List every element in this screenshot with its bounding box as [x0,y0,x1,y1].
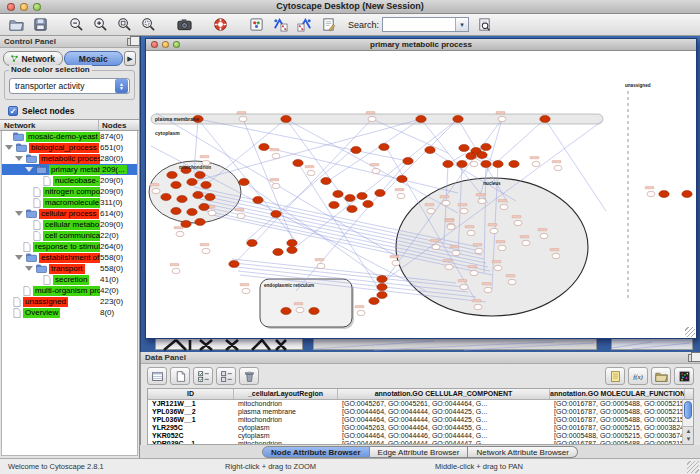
save-button[interactable] [28,15,52,35]
search-options-button[interactable] [472,15,496,35]
table-row[interactable]: YKR052Ccytoplasm[GO:0044464, GO:0044446,… [148,432,693,440]
column-header[interactable]: annotation.GO CELLULAR_COMPONENT [338,389,550,399]
folder-icon [26,154,37,163]
tree-item[interactable]: macromolecule311(0) [2,197,137,208]
select-grid-button[interactable] [193,367,213,385]
tree-item[interactable]: nucleobase-209(0) [2,175,137,186]
tree-item[interactable]: cellular process614(0) [2,208,137,219]
snapshot-button[interactable] [172,15,196,35]
tab-mosaic[interactable]: Mosaic [64,51,124,66]
expander-icon[interactable] [15,211,23,216]
network-canvas[interactable]: plasma membranecytoplasmmitochondrionnuc… [146,51,696,338]
tree-item[interactable]: establishment of lo558(0) [2,252,137,263]
expander-icon[interactable] [15,156,23,161]
expander-icon[interactable] [25,167,33,172]
trash-button[interactable] [239,367,259,385]
scrollbar-thumb[interactable] [684,401,692,419]
tab-overflow-button[interactable]: ▶ [124,51,136,66]
open-folder-button[interactable] [4,15,28,35]
tree-column-network[interactable]: Network [0,120,99,130]
tab-node-attribute-browser[interactable]: Node Attribute Browser [262,446,370,458]
tree-item[interactable]: metabolic process280(0) [2,153,137,164]
select-nodes-checkbox[interactable]: ✓ [8,106,18,116]
select-grid-icon [197,370,210,383]
network-graph[interactable]: plasma membranecytoplasmmitochondrionnuc… [146,51,696,338]
scrollbar-arrows[interactable]: ▲▼ [683,426,694,444]
column-header[interactable]: annotation.GO MOLECULAR_FUNCTION [550,389,685,399]
tree-item[interactable]: cell communicat22(0) [2,230,137,241]
tree-item[interactable]: primary metabo209(... [2,164,137,175]
window-resize-grip[interactable] [685,327,695,337]
column-header[interactable]: ID [148,389,234,399]
folder-small-button[interactable] [651,367,671,385]
zoom-out-button[interactable] [64,15,88,35]
layout-1-button[interactable] [268,15,292,35]
new-page-button[interactable] [170,367,190,385]
unselect-grid-button[interactable] [216,367,236,385]
tree-item[interactable]: biological_process651(0) [2,142,137,153]
file-icon [33,187,41,197]
table-rows-button[interactable] [147,367,167,385]
select-nodes-label: Select nodes [22,106,74,116]
tree-item[interactable]: transport558(0) [2,263,137,274]
tree-item[interactable]: cellular metabo209(0) [2,219,137,230]
node-color-selection-group: Node color selection transporter activit… [4,70,135,100]
tab-edge-attribute-browser[interactable]: Edge Attribute Browser [370,446,469,458]
tab-network-attribute-browser[interactable]: Network Attribute Browser [468,446,577,458]
tree-item[interactable]: response to stimulu264(0) [2,241,137,252]
expander-icon[interactable] [25,266,33,271]
tree-column-nodes[interactable]: Nodes [99,120,139,130]
help-ring-button[interactable] [208,15,232,35]
expander-icon[interactable] [5,145,13,150]
file-icon [23,286,31,296]
table-row[interactable]: YPL036W__2plasma membrane[GO:0044464, GO… [148,408,693,416]
tree-item-count: 22(0) [100,231,137,240]
toolbar-separator [52,15,64,35]
zoom-in-button[interactable] [88,15,112,35]
matrix-button[interactable] [674,367,694,385]
table-cell: [GO:0016787, GO:0005488, GO:0005215, G..… [550,416,685,424]
layout-2-button[interactable] [292,15,316,35]
vizmapper-button[interactable] [244,15,268,35]
tree-item[interactable]: Overview8(0) [2,307,137,318]
tree-item[interactable]: secretion41(0) [2,274,137,285]
expander-icon[interactable] [15,255,23,260]
search-dropdown-button[interactable]: ▾ [455,18,468,31]
status-message: Welcome to Cytoscape 2.8.1 [8,462,104,471]
float-panel-icon[interactable] [127,38,135,46]
tree-item-label: mosaic-demo-yeast [26,132,100,142]
zoom-fit-button[interactable] [112,15,136,35]
tree-item[interactable]: mosaic-demo-yeast874(0) [2,131,137,142]
table-cell: [GO:0045263, GO:0044464, GO:0044455, G..… [338,424,550,432]
folder-small-icon [655,370,668,383]
attribute-table: ID_cellularLayoutRegionannotation.GO CEL… [147,388,694,445]
float-panel-icon[interactable] [688,354,696,362]
notes-button[interactable] [605,367,625,385]
file-icon [13,308,21,318]
table-row[interactable]: YPL036W__1mitochondrion[GO:0044464, GO:0… [148,416,693,424]
table-row[interactable]: YLR295Ccytoplasm[GO:0045263, GO:0044464,… [148,424,693,432]
column-header[interactable]: _cellularLayoutRegion [234,389,338,399]
mitochondrion-label: mitochondrion [179,165,211,170]
search-input[interactable] [383,19,455,31]
tree-item[interactable]: multi-organism pro42(0) [2,285,137,296]
table-cell: YJR121W__1 [148,400,234,408]
app-resize-grip[interactable] [687,461,699,473]
save-icon [33,17,48,32]
tree-item[interactable]: unassigned223(0) [2,296,137,307]
attribute-browser-tabs: Node Attribute BrowserEdge Attribute Bro… [140,445,700,458]
network-view-window: primary metabolic process plasma membran… [145,38,697,339]
node-color-select[interactable]: transporter activity ▲▼ [9,78,130,94]
zoom-region-button[interactable] [136,15,160,35]
formula-button[interactable]: f(x) [628,367,648,385]
table-row[interactable]: YJR121W__1mitochondrion[GO:0045267, GO:0… [148,400,693,408]
table-scrollbar[interactable]: ▲▼ [682,400,693,444]
status-message: Right-click + drag to ZOOM [225,462,316,471]
table-cell: YPL036W__2 [148,408,234,416]
matrix-icon [678,370,691,383]
tree-item[interactable]: nitrogen compo209(0) [2,186,137,197]
annotation-button[interactable] [316,15,340,35]
tree-item-label: response to stimulu [33,242,100,252]
tab-network[interactable]: Network [3,51,63,66]
annotation-icon [321,17,336,32]
